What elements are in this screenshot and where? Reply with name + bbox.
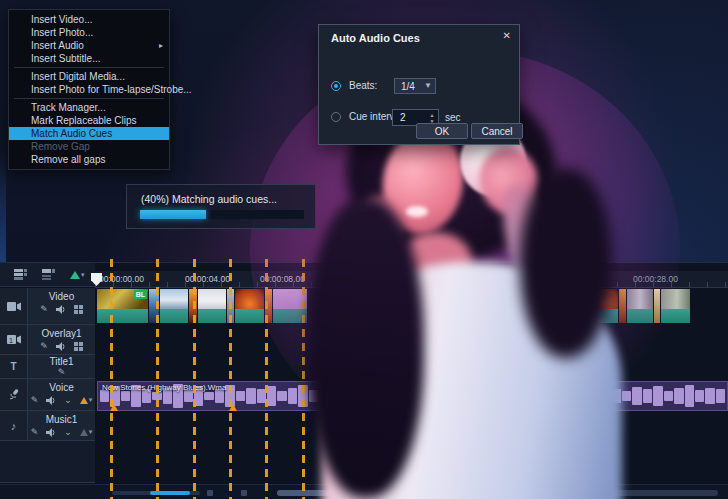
ok-button[interactable]: OK — [416, 123, 468, 139]
ripple-edit-icon[interactable]: ✎ — [58, 367, 66, 377]
cue-line — [376, 259, 379, 499]
beats-row: Beats: — [331, 80, 377, 91]
video-clip[interactable] — [235, 289, 264, 323]
track-name: Overlay1 — [28, 328, 95, 339]
grid-options-icon[interactable] — [74, 305, 83, 314]
menu-separator — [14, 98, 164, 99]
menu-item-insert-photo[interactable]: Insert Photo... — [9, 26, 169, 39]
clip-badge: BL — [134, 290, 147, 299]
track-name: Music1 — [28, 414, 95, 425]
ruler-timestamp: 00:00:24.00 — [525, 274, 570, 284]
track-header-voice: Voice ✎ ⌄ ▾ — [0, 379, 95, 411]
music-track-icon: ♪ — [0, 411, 28, 440]
cue-line — [412, 259, 415, 499]
progress-panel: (40%) Matching audio cues... — [126, 184, 316, 229]
track-header-overlay1: 1 Overlay1 ✎ — [0, 325, 95, 355]
timeline-panel: ▾ 00:00:00.00 00:00:04.00 00:00:08.00 00… — [0, 262, 728, 499]
ripple-edit-icon[interactable]: ✎ — [40, 341, 48, 351]
menu-item-insert-subtitle[interactable]: Insert Subtitle... — [9, 52, 169, 65]
transition-clip[interactable] — [619, 289, 626, 323]
caret-down-icon: ▾ — [89, 428, 93, 436]
cue-line — [339, 259, 342, 499]
timeline-toolbar: ▾ — [0, 263, 95, 287]
audio-cue-marker — [436, 404, 444, 411]
mute-speaker-icon[interactable] — [56, 342, 66, 351]
auto-scroll-toggle[interactable]: ▾ — [70, 271, 85, 279]
overlay-track-icon: 1 — [0, 325, 28, 354]
gray-cue-triangle-icon — [80, 429, 88, 436]
track-view-icon[interactable] — [14, 269, 27, 280]
track-name: Voice — [28, 382, 95, 393]
voice-track-icon — [0, 379, 28, 410]
menu-item-mark-replaceable-clips[interactable]: Mark Replaceable Clips — [9, 114, 169, 127]
cue-line — [193, 259, 196, 499]
cancel-button[interactable]: Cancel — [471, 123, 523, 139]
transition-clip[interactable] — [654, 289, 660, 323]
video-clip[interactable] — [587, 289, 618, 323]
scrollbar-thumb[interactable] — [277, 490, 560, 496]
mute-speaker-icon[interactable] — [56, 305, 66, 314]
track-header-video: Video ✎ — [0, 288, 95, 325]
orange-cue-triangle-icon — [80, 397, 88, 404]
video-clip[interactable] — [627, 289, 653, 323]
dialog-title: Auto Audio Cues — [331, 32, 420, 44]
hand-shape — [348, 190, 410, 261]
ruler-timestamp: 00:00:28.00 — [633, 274, 678, 284]
menu-item-remove-all-gaps[interactable]: Remove all gaps — [9, 153, 169, 166]
sec-unit-label: sec — [445, 112, 461, 123]
video-clip[interactable]: BL — [97, 289, 148, 323]
cue-line — [302, 259, 305, 499]
context-menu: Insert Video... Insert Photo... Insert A… — [8, 9, 170, 170]
ruler-timestamp: 00:00:00.00 — [99, 274, 144, 284]
close-icon[interactable]: ✕ — [503, 30, 511, 41]
caret-down-icon: ▾ — [81, 271, 85, 279]
ruler-timestamp: 00:00:04.00 — [185, 274, 230, 284]
transition-clip[interactable] — [573, 289, 586, 323]
cue-interval-radio[interactable] — [331, 112, 341, 122]
menu-item-track-manager[interactable]: Track Manager... — [9, 101, 169, 114]
audio-cue-button-disabled[interactable]: ▾ — [80, 428, 93, 436]
audio-cue-button[interactable]: ▾ — [80, 396, 93, 404]
horizontal-scrollbar[interactable] — [277, 490, 718, 496]
track-header-title1: T Title1 ✎ — [0, 355, 95, 379]
track-name: Title1 — [28, 356, 95, 367]
menu-item-remove-gap[interactable]: Remove Gap — [9, 140, 169, 153]
smile-shape — [406, 206, 428, 217]
ripple-edit-icon[interactable]: ✎ — [31, 395, 39, 405]
audio-cue-marker — [599, 404, 607, 411]
caret-down-icon: ▾ — [89, 396, 93, 404]
title-track-icon: T — [0, 355, 28, 378]
ripple-edit-icon[interactable]: ✎ — [31, 427, 39, 437]
mute-speaker-icon[interactable] — [46, 428, 56, 437]
track-header-music1: ♪ Music1 ✎ ⌄ ▾ — [0, 411, 95, 441]
progress-bar — [140, 210, 304, 219]
beats-label: Beats: — [349, 80, 377, 91]
menu-item-insert-audio[interactable]: Insert Audio▸ — [9, 39, 169, 52]
waveform-toggle-icon[interactable]: ⌄ — [64, 427, 72, 437]
cue-line — [110, 259, 113, 499]
grid-options-icon[interactable] — [74, 342, 83, 351]
cue-line — [265, 259, 268, 499]
menu-item-match-audio-cues[interactable]: Match Audio Cues — [9, 127, 169, 140]
video-clip[interactable] — [198, 289, 226, 323]
submenu-arrow-icon: ▸ — [159, 39, 163, 52]
waveform-toggle-icon[interactable]: ⌄ — [64, 395, 72, 405]
beats-radio[interactable] — [331, 81, 341, 91]
zoom-in-button[interactable] — [241, 490, 247, 496]
zoom-out-button[interactable] — [207, 490, 213, 496]
menu-item-insert-photo-timelapse[interactable]: Insert Photo for Time-lapse/Strobe... — [9, 83, 169, 96]
auto-audio-cues-dialog: Auto Audio Cues ✕ Beats: 1/4 ▼ Cue inter… — [318, 24, 520, 145]
mute-speaker-icon[interactable] — [46, 396, 56, 405]
menu-item-insert-video[interactable]: Insert Video... — [9, 13, 169, 26]
single-track-view-icon[interactable] — [42, 269, 55, 280]
beats-dropdown[interactable]: 1/4 ▼ — [394, 78, 436, 94]
progress-label: (40%) Matching audio cues... — [141, 193, 277, 205]
audio-clip-label: New Stories (Highway Blues).Wma — [102, 383, 226, 392]
menu-item-insert-digital-media[interactable]: Insert Digital Media... — [9, 70, 169, 83]
progress-fill — [140, 210, 206, 219]
video-clip[interactable] — [160, 289, 188, 323]
ripple-edit-icon[interactable]: ✎ — [40, 304, 48, 314]
app-window: ▾ 00:00:00.00 00:00:04.00 00:00:08.00 00… — [0, 0, 728, 499]
video-clip[interactable] — [661, 289, 690, 323]
chevron-down-icon: ▼ — [424, 81, 432, 90]
